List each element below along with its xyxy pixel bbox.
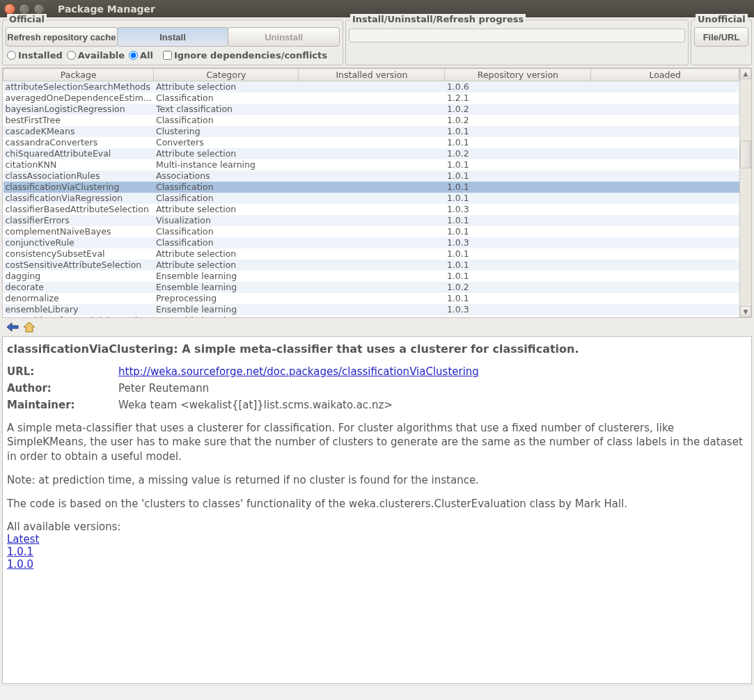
refresh-button[interactable]: Refresh repository cache [6,27,118,47]
table-cell: Attribute selection [154,260,299,271]
radio-all-label: All [140,50,153,61]
table-cell [591,137,739,148]
table-cell [299,126,445,137]
table-cell: Converters [154,137,299,148]
table-cell [591,293,739,304]
progress-legend: Install/Uninstall/Refresh progress [350,14,526,24]
table-cell [591,237,739,248]
ignore-deps-label: Ignore dependencies/conflicts [174,50,327,61]
table-cell: costSensitiveAttributeSelection [3,260,154,271]
table-row[interactable]: conjunctiveRuleClassification1.0.3 [3,237,739,248]
close-icon[interactable] [4,3,15,15]
table-cell: 1.0.1 [445,137,591,148]
minimize-icon[interactable] [19,3,30,15]
table-cell [299,315,445,318]
version-link[interactable]: 1.0.0 [7,558,33,571]
table-cell: Preprocessing [154,293,299,304]
ignore-deps-checkbox[interactable]: Ignore dependencies/conflicts [163,50,327,61]
table-row[interactable]: classifierErrorsVisualization1.0.1 [3,215,739,226]
table-cell: bestFirstTree [3,115,154,126]
author-label: Author: [7,382,118,395]
radio-available[interactable]: Available [67,50,125,61]
table-cell: classificationViaRegression [3,193,154,204]
table-cell: Ensemble learning [154,271,299,282]
table-cell: conjunctiveRule [3,237,154,248]
table-cell: classifierBasedAttributeSelection [3,204,154,215]
table-row[interactable]: attributeSelectionSearchMethodsAttribute… [3,81,739,93]
header-repo-version[interactable]: Repository version [445,69,591,81]
table-cell: dagging [3,271,154,282]
nav-row [2,318,752,336]
table-cell [299,226,445,237]
table-cell [299,293,445,304]
table-row[interactable]: bayesianLogisticRegressionText classific… [3,104,739,115]
table-cell: consistencySubsetEval [3,248,154,260]
table-cell: Classification [154,182,299,193]
table-row[interactable]: classAssociationRulesAssociations1.0.1 [3,170,739,182]
table-cell: Ensemble learning [154,304,299,315]
version-link[interactable]: 1.0.1 [7,546,33,558]
table-row[interactable]: bestFirstTreeClassification1.0.2 [3,115,739,126]
table-cell [591,148,739,159]
table-cell: ensembleLibrary [3,304,154,315]
table-cell: 1.0.3 [445,204,591,215]
table-cell: Attribute selection [154,81,299,93]
table-cell: 1.0.2 [445,148,591,159]
table-row[interactable]: classificationViaClusteringClassificatio… [3,182,739,193]
scroll-thumb[interactable] [740,141,751,168]
back-icon[interactable] [6,320,19,334]
table-cell [299,104,445,115]
table-cell: classifierErrors [3,215,154,226]
details-heading: classificationViaClustering: A simple me… [7,342,747,356]
table-cell: 1.0.1 [445,170,591,182]
table-cell: attributeSelectionSearchMethods [3,81,154,93]
table-cell [591,182,739,193]
table-row[interactable]: denormalizePreprocessing1.0.1 [3,293,739,304]
table-cell: 1.0.2 [445,104,591,115]
uninstall-button[interactable]: Uninstall [228,27,340,47]
table-row[interactable]: decorateEnsemble learning1.0.2 [3,282,739,293]
url-link[interactable]: http://weka.sourceforge.net/doc.packages… [118,365,479,378]
install-button[interactable]: Install [117,27,229,47]
radio-installed[interactable]: Installed [7,50,63,61]
table-row[interactable]: chiSquaredAttributeEvalAttribute selecti… [3,148,739,159]
file-url-button[interactable]: File/URL [694,27,748,47]
home-icon[interactable] [22,320,36,334]
table-cell: Ensemble learning [154,315,299,318]
table-cell [299,260,445,271]
table-row[interactable]: complementNaiveBayesClassification1.0.1 [3,226,739,237]
table-cell [299,81,445,93]
scroll-up-icon[interactable]: ▲ [740,68,751,79]
scrollbar[interactable]: ▲ ▼ [739,68,751,317]
table-cell: citationKNN [3,159,154,170]
table-row[interactable]: costSensitiveAttributeSelectionAttribute… [3,260,739,271]
header-loaded[interactable]: Loaded [591,69,739,81]
header-package[interactable]: Package [3,69,154,81]
description-3: The code is based on the 'clusters to cl… [7,497,747,511]
table-row[interactable]: ensemblesOfNestedDichotomiesEnsemble lea… [3,315,739,318]
package-table: Package Category Installed version Repos… [2,67,752,318]
table-cell [591,93,739,104]
table-row[interactable]: classificationViaRegressionClassificatio… [3,193,739,204]
table-row[interactable]: citationKNNMulti-instance learning1.0.1 [3,159,739,170]
table-cell [299,137,445,148]
table-cell: 1.0.6 [445,81,591,93]
table-cell [299,93,445,104]
scroll-down-icon[interactable]: ▼ [740,306,751,317]
table-row[interactable]: cassandraConvertersConverters1.0.1 [3,137,739,148]
table-cell: decorate [3,282,154,293]
maximize-icon[interactable] [33,3,45,15]
table-row[interactable]: ensembleLibraryEnsemble learning1.0.3 [3,304,739,315]
version-link[interactable]: Latest [7,533,39,546]
table-cell [591,81,739,93]
header-category[interactable]: Category [154,69,299,81]
table-row[interactable]: consistencySubsetEvalAttribute selection… [3,248,739,260]
table-row[interactable]: classifierBasedAttributeSelectionAttribu… [3,204,739,215]
radio-all[interactable]: All [129,50,153,61]
header-installed-version[interactable]: Installed version [299,69,445,81]
table-cell [591,115,739,126]
table-row[interactable]: cascadeKMeansClustering1.0.1 [3,126,739,137]
table-row[interactable]: daggingEnsemble learning1.0.1 [3,271,739,282]
table-row[interactable]: averagedOneDependenceEstim...Classificat… [3,93,739,104]
table-cell [299,182,445,193]
